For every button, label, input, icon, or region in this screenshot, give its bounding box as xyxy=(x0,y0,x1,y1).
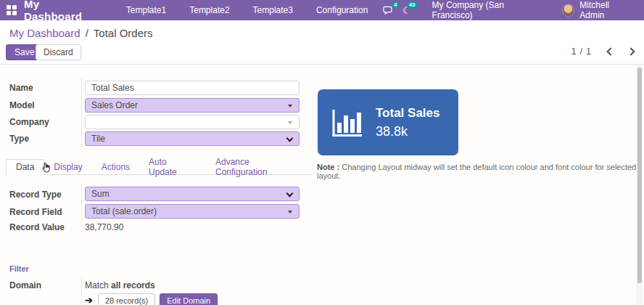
record-value-label: Record Value xyxy=(9,222,65,232)
record-field-label: Record Field xyxy=(9,207,62,217)
record-field-value: Total (sale.order) xyxy=(91,206,157,216)
top-navbar: My Dashboard Template1 Template2 Templat… xyxy=(0,0,644,20)
nav-item-configuration[interactable]: Configuration xyxy=(305,0,379,20)
type-chevron-icon xyxy=(286,135,294,142)
record-field-caret-icon xyxy=(288,211,292,214)
bar-chart-icon xyxy=(330,106,363,139)
type-value: Tile xyxy=(91,134,105,144)
company-label: Company xyxy=(9,117,49,127)
form-separator-line xyxy=(81,78,82,147)
tab-actions[interactable]: Actions xyxy=(92,159,139,175)
arrow-right-icon: ➔ xyxy=(85,295,93,305)
app-title[interactable]: My Dashboard xyxy=(24,0,99,23)
model-caret-icon xyxy=(288,105,292,107)
systray: 4 ☾ 43 My Company (San Francisco) Mitche… xyxy=(379,0,644,20)
edit-domain-button[interactable]: Edit Domain xyxy=(160,293,218,305)
control-panel: My Dashboard / Total Orders Save Discard… xyxy=(0,20,644,65)
pager-next-icon[interactable] xyxy=(627,47,635,55)
model-value: Sales Order xyxy=(91,100,138,110)
record-type-label: Record Type xyxy=(9,190,62,200)
record-separator-line xyxy=(81,184,82,232)
user-menu[interactable]: Mitchell Admin xyxy=(574,0,644,20)
activities-badge: 43 xyxy=(407,1,418,9)
discard-button[interactable]: Discard xyxy=(36,44,81,60)
app-window: My Dashboard Template1 Template2 Templat… xyxy=(0,0,644,305)
pager-previous-icon[interactable] xyxy=(606,47,614,55)
breadcrumb: My Dashboard / Total Orders xyxy=(9,27,153,39)
filter-heading: Filter xyxy=(9,264,29,273)
tile-text: Total Sales 38.8k xyxy=(376,106,440,139)
record-count-button[interactable]: 28 record(s) xyxy=(98,293,155,305)
nav-item-template1[interactable]: Template1 xyxy=(115,0,178,20)
domain-label: Domain xyxy=(9,280,41,290)
company-switcher[interactable]: My Company (San Francisco) xyxy=(416,0,562,20)
mouse-hand-cursor xyxy=(41,162,52,174)
tile-value: 38.8k xyxy=(376,124,440,139)
record-field-select[interactable]: Total (sale.order) xyxy=(85,204,300,219)
model-label: Model xyxy=(9,100,35,110)
breadcrumb-separator: / xyxy=(83,27,91,39)
breadcrumb-parent[interactable]: My Dashboard xyxy=(9,27,80,39)
record-value: 38,770.90 xyxy=(85,222,123,232)
company-caret-icon xyxy=(288,121,292,124)
nav-item-template3[interactable]: Template3 xyxy=(242,0,305,20)
tab-advance-configuration[interactable]: Advance Configuration xyxy=(206,159,312,175)
nav-item-template2[interactable]: Template2 xyxy=(178,0,241,20)
type-label: Type xyxy=(9,134,29,144)
messages-icon[interactable]: 4 xyxy=(379,0,397,20)
record-type-chevron-icon xyxy=(286,190,294,198)
company-select[interactable] xyxy=(85,115,300,129)
match-prefix: Match xyxy=(85,280,111,290)
user-avatar[interactable] xyxy=(562,4,574,17)
note-text: Changing Layout midway will set the defa… xyxy=(317,163,636,180)
tile-preview: Total Sales 38.8k xyxy=(318,89,458,155)
pager: 1 / 1 xyxy=(571,46,634,57)
domain-row: ➔ 28 record(s) Edit Domain xyxy=(85,293,218,305)
pager-count: 1 / 1 xyxy=(571,46,592,57)
layout-note: Note : Changing Layout midway will set t… xyxy=(317,163,642,180)
activities-icon[interactable]: ☾ 43 xyxy=(397,0,416,20)
tab-data[interactable]: Data xyxy=(6,159,44,175)
note-prefix: Note : xyxy=(317,163,339,171)
domain-separator-line xyxy=(81,277,82,305)
scrollbar-thumb[interactable] xyxy=(637,68,642,283)
nav-menu: Template1 Template2 Template3 Configurat… xyxy=(115,0,380,20)
type-select[interactable]: Tile xyxy=(85,131,300,146)
apps-grid-icon[interactable] xyxy=(7,5,17,15)
model-select[interactable]: Sales Order xyxy=(85,98,300,113)
record-type-value: Sum xyxy=(91,189,110,199)
tile-title: Total Sales xyxy=(376,106,440,121)
match-bold: all records xyxy=(111,280,155,290)
name-input[interactable] xyxy=(85,81,300,95)
tab-auto-update[interactable]: Auto Update xyxy=(139,159,206,175)
domain-match-text: Match all records xyxy=(85,280,155,290)
name-label: Name xyxy=(9,83,33,93)
breadcrumb-current: Total Orders xyxy=(94,27,153,39)
record-type-select[interactable]: Sum xyxy=(85,187,300,201)
